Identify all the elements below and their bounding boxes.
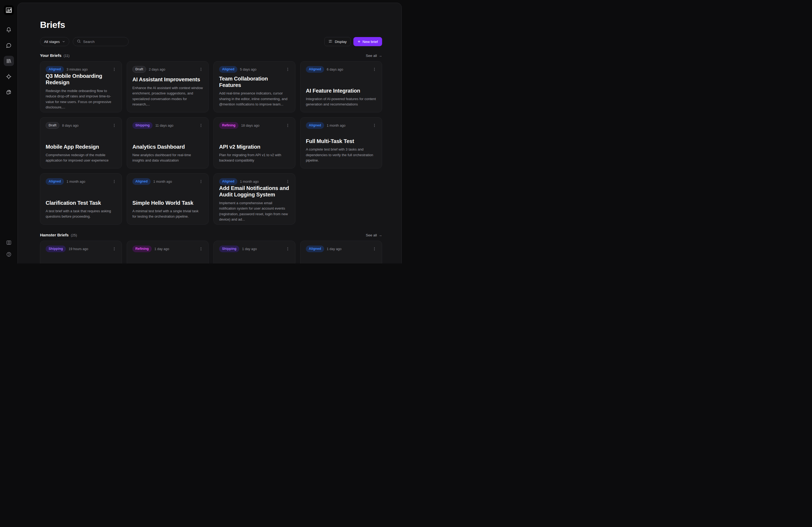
- brief-title: AI Assistant Improvements: [132, 76, 203, 82]
- timestamp: 1 month ago: [327, 124, 346, 127]
- more-options-icon[interactable]: [112, 67, 116, 71]
- section-title: Your Briefs: [40, 53, 61, 58]
- page-title: Briefs: [40, 19, 382, 30]
- status-badge: Refining: [132, 245, 152, 252]
- display-settings-icon: [329, 39, 332, 44]
- timestamp: 8 days ago: [62, 124, 78, 127]
- status-badge: Aligned: [46, 66, 64, 73]
- status-badge: Shipping: [132, 122, 153, 129]
- more-options-icon[interactable]: [286, 67, 290, 71]
- more-options-icon[interactable]: [112, 123, 116, 127]
- stage-filter-dropdown[interactable]: All stages: [40, 37, 69, 46]
- columns-layout-icon[interactable]: [4, 238, 13, 247]
- brief-card[interactable]: Refining 18 days ago API v2 Migration Pl…: [214, 117, 295, 168]
- see-all-link[interactable]: See all →: [366, 54, 382, 58]
- timestamp: 1 month ago: [153, 180, 172, 183]
- brief-card[interactable]: Shipping 11 days ago Analytics Dashboard…: [127, 117, 209, 168]
- copy-pages-icon[interactable]: [4, 87, 14, 97]
- library-icon[interactable]: [4, 56, 14, 66]
- search-icon: [77, 39, 81, 44]
- status-badge: Aligned: [219, 66, 237, 73]
- see-all-link[interactable]: See all →: [366, 233, 382, 237]
- timestamp: 1 month ago: [240, 180, 259, 183]
- timestamp: 18 days ago: [241, 124, 259, 127]
- more-options-icon[interactable]: [112, 180, 116, 183]
- toolbar: All stages: [40, 37, 382, 46]
- brief-card[interactable]: Aligned 1 month ago Full Multi-Task Test…: [300, 117, 382, 168]
- new-brief-button[interactable]: + New brief: [353, 37, 382, 46]
- search-box: [73, 37, 129, 46]
- more-options-icon[interactable]: [199, 67, 203, 71]
- more-options-icon[interactable]: [286, 123, 290, 127]
- plus-icon: +: [358, 39, 360, 44]
- section-title: Hamster Briefs: [40, 232, 69, 237]
- status-badge: Draft: [46, 122, 59, 129]
- target-icon[interactable]: [4, 71, 14, 81]
- timestamp: 2 days ago: [149, 67, 165, 71]
- more-options-icon[interactable]: [199, 180, 203, 183]
- brief-card[interactable]: Aligned 1 month ago Simple Hello World T…: [127, 174, 209, 225]
- briefs-grid: Shipping 19 hours ago Refining 1 day ago: [40, 241, 382, 264]
- display-button-label: Display: [335, 40, 347, 44]
- help-icon[interactable]: [4, 250, 13, 259]
- brief-card[interactable]: Aligned 1 day ago: [300, 241, 382, 264]
- status-badge: Aligned: [306, 66, 324, 73]
- brief-title: Simple Hello World Task: [132, 200, 203, 206]
- brief-description: Integration of AI-powered features for c…: [306, 96, 376, 107]
- brief-card[interactable]: Aligned 1 month ago Clarification Test T…: [40, 174, 122, 225]
- brief-card[interactable]: Draft 2 days ago AI Assistant Improvemen…: [127, 61, 209, 112]
- brief-card[interactable]: Aligned 5 days ago Team Collaboration Fe…: [214, 61, 295, 112]
- more-options-icon[interactable]: [199, 123, 203, 127]
- brief-card[interactable]: Aligned 6 days ago AI Feature Integratio…: [300, 61, 382, 112]
- section-your-briefs: Your Briefs (11) See all → Aligned 3 min…: [40, 53, 382, 225]
- timestamp: 1 day ago: [242, 247, 257, 251]
- app-logo[interactable]: [4, 6, 13, 15]
- chat-icon[interactable]: [4, 40, 14, 50]
- brief-description: Comprehensive redesign of the mobile app…: [46, 152, 116, 163]
- brief-title: Full Multi-Task Test: [306, 138, 376, 144]
- timestamp: 19 hours ago: [69, 247, 88, 251]
- brief-title: Mobile App Redesign: [46, 144, 116, 150]
- status-badge: Aligned: [132, 178, 151, 185]
- brief-card[interactable]: Refining 1 day ago: [127, 241, 209, 264]
- brief-title: Team Collaboration Features: [219, 75, 290, 89]
- more-options-icon[interactable]: [199, 247, 203, 251]
- more-options-icon[interactable]: [112, 247, 116, 251]
- more-options-icon[interactable]: [286, 247, 290, 251]
- brief-description: A test brief with a task that requires a…: [46, 209, 116, 220]
- section-hamster-briefs: Hamster Briefs (25) See all → Shipping 1…: [40, 232, 382, 264]
- notifications-bell-icon[interactable]: [4, 25, 14, 35]
- search-input[interactable]: [83, 40, 125, 44]
- brief-description: A minimal test brief with a single trivi…: [132, 209, 203, 220]
- see-all-label: See all: [366, 54, 377, 58]
- brief-title: API v2 Migration: [219, 144, 290, 150]
- brief-title: Add Email Notifications and Audit Loggin…: [219, 185, 290, 198]
- brief-title: AI Feature Integration: [306, 88, 376, 94]
- brief-card[interactable]: Shipping 19 hours ago: [40, 241, 122, 264]
- status-badge: Draft: [132, 66, 146, 73]
- brief-card[interactable]: Aligned 3 minutes ago Q3 Mobile Onboardi…: [40, 61, 122, 112]
- timestamp: 1 month ago: [67, 180, 85, 183]
- brief-card[interactable]: Draft 8 days ago Mobile App Redesign Com…: [40, 117, 122, 168]
- timestamp: 11 days ago: [155, 124, 173, 127]
- more-options-icon[interactable]: [373, 123, 376, 127]
- brief-description: Enhance the AI assistant with context wi…: [132, 85, 203, 107]
- brief-card[interactable]: Shipping 1 day ago: [214, 241, 295, 264]
- display-button[interactable]: Display: [324, 37, 351, 46]
- brief-card[interactable]: Aligned 1 month ago Add Email Notificati…: [214, 174, 295, 225]
- section-count: (25): [71, 233, 77, 237]
- timestamp: 6 days ago: [327, 67, 343, 71]
- arrow-right-icon: →: [379, 233, 382, 237]
- section-count: (11): [64, 54, 70, 58]
- status-badge: Shipping: [46, 245, 66, 252]
- more-options-icon[interactable]: [373, 67, 376, 71]
- brief-title: Q3 Mobile Onboarding Redesign: [46, 73, 116, 86]
- status-badge: Aligned: [306, 245, 324, 252]
- more-options-icon[interactable]: [286, 180, 290, 183]
- timestamp: 3 minutes ago: [67, 67, 88, 71]
- status-badge: Refining: [219, 122, 238, 129]
- arrow-right-icon: →: [379, 54, 382, 58]
- stage-filter-label: All stages: [44, 40, 60, 44]
- more-options-icon[interactable]: [373, 247, 376, 251]
- brief-description: New analytics dashboard for real-time in…: [132, 152, 203, 163]
